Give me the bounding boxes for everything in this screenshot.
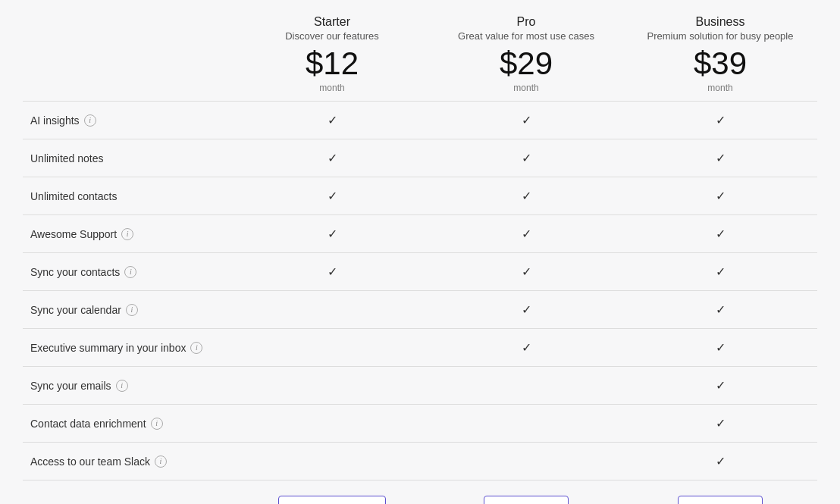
feature-check-starter-7 bbox=[235, 367, 429, 405]
info-icon-9[interactable]: i bbox=[155, 455, 167, 468]
feature-label-5: Sync your calendari bbox=[23, 291, 235, 329]
check-icon: ✓ bbox=[716, 341, 726, 354]
feature-check-business-7: ✓ bbox=[623, 367, 817, 405]
feature-text-5: Sync your calendar bbox=[30, 304, 121, 316]
feature-label-2: Unlimited contacts bbox=[23, 177, 235, 215]
info-icon-7[interactable]: i bbox=[116, 380, 128, 392]
plan-tagline-starter: Discover our features bbox=[243, 30, 422, 42]
feature-check-business-9: ✓ bbox=[623, 443, 817, 481]
feature-text-3: Awesome Support bbox=[30, 228, 117, 240]
plan-period-pro: month bbox=[437, 83, 616, 93]
table-row: Contact data enrichmenti✓ bbox=[23, 405, 817, 443]
check-icon: ✓ bbox=[522, 114, 531, 127]
feature-check-pro-6: ✓ bbox=[429, 329, 623, 367]
plan-header-pro: Pro Great value for most use cases $29 m… bbox=[429, 15, 623, 93]
check-icon: ✓ bbox=[716, 379, 726, 392]
info-icon-5[interactable]: i bbox=[126, 304, 138, 316]
plan-header-starter: Starter Discover our features $12 month bbox=[235, 15, 429, 93]
feature-label-9: Access to our team Slacki bbox=[23, 443, 235, 481]
feature-check-pro-4: ✓ bbox=[429, 253, 623, 291]
check-icon: ✓ bbox=[522, 303, 531, 316]
check-icon: ✓ bbox=[522, 189, 531, 202]
check-icon: ✓ bbox=[522, 152, 531, 164]
info-icon-6[interactable]: i bbox=[190, 342, 202, 354]
footer-empty-cell bbox=[23, 496, 235, 504]
feature-check-starter-5 bbox=[235, 291, 429, 329]
feature-check-business-8: ✓ bbox=[623, 405, 817, 443]
feature-check-starter-8 bbox=[235, 405, 429, 443]
check-icon: ✓ bbox=[328, 189, 337, 202]
plan-header-business: Business Premium solution for busy peopl… bbox=[623, 15, 817, 93]
feature-text-0: AI insights bbox=[30, 114, 80, 127]
feature-check-starter-9 bbox=[235, 443, 429, 481]
feature-check-starter-2: ✓ bbox=[235, 177, 429, 215]
feature-text-7: Sync your emails bbox=[30, 380, 111, 392]
check-icon: ✓ bbox=[328, 265, 337, 278]
footer-row: Get started→SubscribeSubscribe bbox=[23, 481, 817, 504]
plan-name-starter: Starter bbox=[243, 15, 422, 29]
plan-header-row: Starter Discover our features $12 month … bbox=[23, 15, 817, 101]
check-icon: ✓ bbox=[522, 265, 531, 278]
check-icon: ✓ bbox=[522, 227, 531, 240]
check-icon: ✓ bbox=[328, 227, 337, 240]
subscribe-button-pro[interactable]: Subscribe bbox=[484, 496, 569, 504]
feature-check-business-6: ✓ bbox=[623, 329, 817, 367]
subscribe-button-business[interactable]: Subscribe bbox=[678, 496, 763, 504]
plan-name-business: Business bbox=[631, 15, 810, 29]
feature-check-pro-3: ✓ bbox=[429, 215, 623, 253]
plan-tagline-business: Premium solution for busy people bbox=[631, 30, 810, 42]
info-icon-8[interactable]: i bbox=[151, 418, 163, 430]
feature-label-6: Executive summary in your inboxi bbox=[23, 329, 235, 367]
feature-label-3: Awesome Supporti bbox=[23, 215, 235, 253]
feature-text-8: Contact data enrichment bbox=[30, 418, 146, 430]
check-icon: ✓ bbox=[716, 152, 726, 164]
info-icon-3[interactable]: i bbox=[121, 228, 133, 240]
check-icon: ✓ bbox=[716, 265, 726, 278]
feature-check-pro-9 bbox=[429, 443, 623, 481]
plan-name-pro: Pro bbox=[437, 15, 616, 29]
table-row: Sync your emailsi✓ bbox=[23, 367, 817, 405]
info-icon-0[interactable]: i bbox=[84, 114, 96, 127]
check-icon: ✓ bbox=[716, 189, 726, 202]
feature-check-business-2: ✓ bbox=[623, 177, 817, 215]
feature-text-4: Sync your contacts bbox=[30, 266, 120, 278]
table-row: Sync your calendari✓✓ bbox=[23, 291, 817, 329]
features-table: AI insightsi✓✓✓Unlimited notes✓✓✓Unlimit… bbox=[23, 101, 817, 481]
feature-check-starter-4: ✓ bbox=[235, 253, 429, 291]
feature-check-pro-7 bbox=[429, 367, 623, 405]
footer-cell-business: Subscribe bbox=[623, 496, 817, 504]
plan-price-business: $39 bbox=[631, 48, 810, 80]
feature-check-business-5: ✓ bbox=[623, 291, 817, 329]
plan-price-starter: $12 bbox=[243, 48, 422, 80]
get-started-button-starter[interactable]: Get started→ bbox=[278, 496, 385, 504]
check-icon: ✓ bbox=[716, 227, 726, 240]
feature-check-starter-0: ✓ bbox=[235, 102, 429, 139]
footer-cell-pro: Subscribe bbox=[429, 496, 623, 504]
feature-check-pro-5: ✓ bbox=[429, 291, 623, 329]
feature-label-0: AI insightsi bbox=[23, 102, 235, 139]
feature-check-pro-2: ✓ bbox=[429, 177, 623, 215]
feature-label-1: Unlimited notes bbox=[23, 139, 235, 177]
table-row: Sync your contactsi✓✓✓ bbox=[23, 253, 817, 291]
pricing-table: Starter Discover our features $12 month … bbox=[0, 0, 840, 504]
feature-check-pro-0: ✓ bbox=[429, 102, 623, 139]
feature-text-2: Unlimited contacts bbox=[30, 190, 117, 202]
check-icon: ✓ bbox=[328, 152, 337, 164]
feature-check-business-4: ✓ bbox=[623, 253, 817, 291]
table-row: Unlimited notes✓✓✓ bbox=[23, 139, 817, 177]
feature-check-business-0: ✓ bbox=[623, 102, 817, 139]
feature-label-7: Sync your emailsi bbox=[23, 367, 235, 405]
feature-text-6: Executive summary in your inbox bbox=[30, 342, 186, 354]
table-row: Unlimited contacts✓✓✓ bbox=[23, 177, 817, 215]
table-row: Access to our team Slacki✓ bbox=[23, 443, 817, 481]
check-icon: ✓ bbox=[716, 303, 726, 316]
info-icon-4[interactable]: i bbox=[124, 266, 136, 278]
feature-check-business-3: ✓ bbox=[623, 215, 817, 253]
feature-check-starter-6 bbox=[235, 329, 429, 367]
plan-period-starter: month bbox=[243, 83, 422, 93]
table-row: Awesome Supporti✓✓✓ bbox=[23, 215, 817, 253]
check-icon: ✓ bbox=[716, 417, 726, 430]
check-icon: ✓ bbox=[716, 114, 726, 127]
feature-check-pro-1: ✓ bbox=[429, 139, 623, 177]
feature-label-8: Contact data enrichmenti bbox=[23, 405, 235, 443]
